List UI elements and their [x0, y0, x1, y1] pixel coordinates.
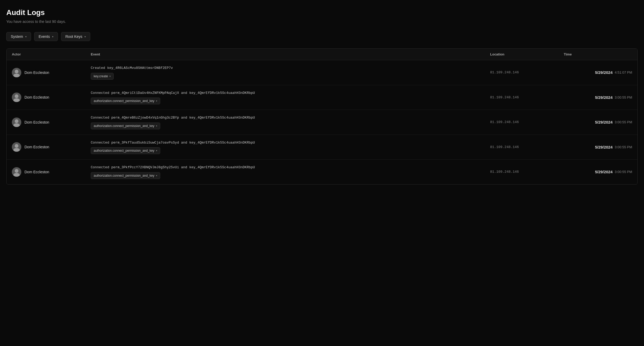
- location-cell: 81.109.248.146: [490, 120, 564, 124]
- time-cell: 5/29/2024 3:00:55 PM: [564, 95, 632, 100]
- root-keys-filter-label: Root Keys: [66, 34, 83, 39]
- root-keys-filter-button[interactable]: Root Keys ▾: [61, 32, 90, 41]
- event-badge-label: authorization.connect_permission_and_key: [94, 124, 154, 128]
- time-cell: 5/29/2024 4:51:07 PM: [564, 70, 632, 75]
- actor-column-header: Actor: [12, 52, 91, 56]
- location-cell: 81.109.248.146: [490, 70, 564, 74]
- events-filter-button[interactable]: Events ▾: [34, 32, 58, 41]
- event-date: 5/29/2024: [595, 70, 613, 75]
- table-row: Dom Eccleston Connected perm_3PkfTaudSuk…: [7, 135, 637, 160]
- actor-cell: Dom Eccleston: [12, 142, 91, 152]
- event-time: 3:00:55 PM: [615, 145, 632, 149]
- avatar: [12, 142, 21, 152]
- chevron-down-icon: ▾: [109, 75, 111, 78]
- event-time: 3:00:55 PM: [615, 95, 632, 99]
- actor-cell: Dom Eccleston: [12, 118, 91, 127]
- chevron-down-icon: ▾: [84, 35, 86, 38]
- actor-name: Dom Eccleston: [24, 145, 49, 149]
- event-badge-label: authorization.connect_permission_and_key: [94, 174, 154, 177]
- event-date: 5/29/2024: [595, 145, 613, 149]
- event-description: Connected perm_3PkfTaudSukbiSuwCja7oavPs…: [91, 140, 486, 145]
- page-title: Audit Logs: [6, 8, 638, 17]
- actor-name: Dom Eccleston: [24, 170, 49, 174]
- time-cell: 5/29/2024 3:00:55 PM: [564, 145, 632, 149]
- actor-name: Dom Eccleston: [24, 70, 49, 75]
- time-column-header: Time: [564, 52, 632, 56]
- event-description: Created key_4R6LAScMvu8SHAttmsrDNBf2EP7v: [91, 65, 486, 71]
- svg-point-1: [15, 70, 18, 73]
- location-cell: 81.109.248.146: [490, 95, 564, 99]
- avatar: [12, 93, 21, 102]
- location-column-header: Location: [490, 52, 564, 56]
- event-badge-button[interactable]: authorization.connect_permission_and_key…: [91, 147, 160, 154]
- chevron-down-icon: ▾: [156, 100, 157, 102]
- audit-log-table: Actor Event Location Time Dom Eccleston …: [6, 48, 638, 185]
- event-badge-button[interactable]: authorization.connect_permission_and_key…: [91, 123, 160, 129]
- event-badge-button[interactable]: key.create ▾: [91, 73, 114, 80]
- table-header-row: Actor Event Location Time: [7, 49, 637, 60]
- svg-point-10: [15, 144, 18, 148]
- table-row: Dom Eccleston Created key_4R6LAScMvu8SHA…: [7, 60, 637, 85]
- avatar: [12, 118, 21, 127]
- event-time: 3:00:55 PM: [615, 120, 632, 124]
- event-date: 5/29/2024: [595, 170, 613, 174]
- actor-cell: Dom Eccleston: [12, 68, 91, 77]
- chevron-down-icon: ▾: [25, 35, 27, 38]
- chevron-down-icon: ▾: [156, 174, 157, 177]
- event-cell: Connected perm_3PkfTaudSukbiSuwCja7oavPs…: [91, 140, 490, 154]
- time-cell: 5/29/2024 3:00:55 PM: [564, 170, 632, 174]
- table-row: Dom Eccleston Connected perm_4QmreB6zZjo…: [7, 110, 637, 135]
- event-column-header: Event: [91, 52, 490, 56]
- event-description: Connected perm_4QmriCt1DaUv4HxZNPXMpPAqC…: [91, 90, 486, 96]
- actor-name: Dom Eccleston: [24, 120, 49, 124]
- chevron-down-icon: ▾: [156, 125, 157, 127]
- filters-bar: System ▾ Events ▾ Root Keys ▾: [6, 32, 638, 41]
- event-badge-label: authorization.connect_permission_and_key: [94, 99, 154, 103]
- location-cell: 81.109.248.146: [490, 145, 564, 149]
- events-filter-label: Events: [39, 34, 50, 39]
- avatar: [12, 167, 21, 177]
- system-filter-label: System: [11, 34, 23, 39]
- event-badge-button[interactable]: authorization.connect_permission_and_key…: [91, 98, 160, 104]
- actor-cell: Dom Eccleston: [12, 167, 91, 177]
- event-cell: Connected perm_3PkfPccY72XBNQVJmJ8g5hy25…: [91, 165, 490, 179]
- event-badge-button[interactable]: authorization.connect_permission_and_key…: [91, 172, 160, 179]
- table-row: Dom Eccleston Connected perm_4QmriCt1DaU…: [7, 85, 637, 110]
- event-time: 4:51:07 PM: [615, 70, 632, 74]
- event-cell: Connected perm_4QmreB6zZjowD4xVq1nGhg3c2…: [91, 115, 490, 129]
- actor-cell: Dom Eccleston: [12, 93, 91, 102]
- event-description: Connected perm_3PkfPccY72XBNQVJmJ8g5hy25…: [91, 165, 486, 170]
- actor-name: Dom Eccleston: [24, 95, 49, 99]
- event-cell: Connected perm_4QmriCt1DaUv4HxZNPXMpPAqC…: [91, 90, 490, 105]
- event-badge-label: key.create: [94, 74, 108, 78]
- system-filter-button[interactable]: System ▾: [6, 32, 31, 41]
- table-row: Dom Eccleston Connected perm_3PkfPccY72X…: [7, 160, 637, 184]
- chevron-down-icon: ▾: [52, 35, 53, 38]
- event-date: 5/29/2024: [595, 95, 613, 100]
- event-time: 3:00:55 PM: [615, 170, 632, 174]
- page-subtitle: You have access to the last 90 days.: [6, 19, 638, 24]
- chevron-down-icon: ▾: [156, 149, 157, 152]
- avatar: [12, 68, 21, 77]
- svg-point-13: [15, 169, 18, 173]
- event-cell: Created key_4R6LAScMvu8SHAttmsrDNBf2EP7v…: [91, 65, 490, 80]
- svg-point-4: [15, 94, 18, 98]
- event-date: 5/29/2024: [595, 120, 613, 124]
- event-badge-label: authorization.connect_permission_and_key: [94, 149, 154, 152]
- location-cell: 81.109.248.146: [490, 170, 564, 174]
- time-cell: 5/29/2024 3:00:55 PM: [564, 120, 632, 124]
- event-description: Connected perm_4QmreB6zZjowD4xVq1nGhg3c2…: [91, 115, 486, 120]
- svg-point-7: [15, 119, 18, 123]
